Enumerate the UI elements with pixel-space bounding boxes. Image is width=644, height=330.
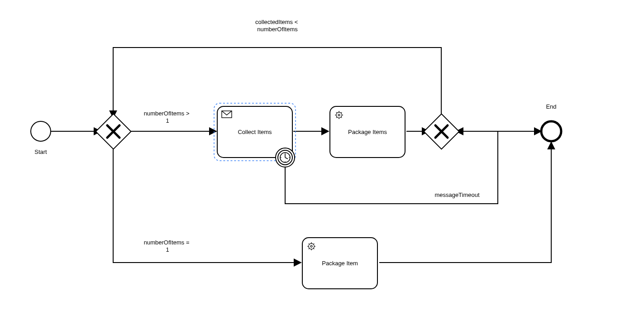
flow-package-item-to-end[interactable] [379,142,551,263]
flow-gateway1-to-collect-items[interactable]: numberOfItems > 1 [126,110,216,131]
start-event-label: Start [34,148,47,155]
end-event[interactable]: End [541,103,561,141]
task-collect-items-label: Collect Items [238,129,272,135]
flow-label-loop: collectedItems < numberOfItems [255,19,300,33]
boundary-timer-event[interactable] [276,148,295,167]
start-event[interactable]: Start [31,121,51,155]
flow-label-num-gt-1: numberOfItems > 1 [144,110,191,124]
envelope-icon [222,111,232,118]
svg-point-0 [31,121,51,141]
flow-label-timeout: messageTimeout [434,191,480,198]
flow-label-num-eq-1: numberOfItems = 1 [144,239,191,253]
flow-gateway2-loop-to-gateway1[interactable]: collectedItems < numberOfItems [113,19,441,119]
task-package-items-label: Package Items [348,129,387,135]
gateway-2[interactable] [424,114,459,149]
clock-icon [280,153,290,163]
task-package-items[interactable]: Package Items [330,106,405,158]
task-package-item[interactable]: Package Item [302,238,377,289]
gateway-1[interactable] [96,114,131,149]
task-package-item-label: Package Item [322,260,358,267]
flow-gateway1-to-package-item[interactable]: numberOfItems = 1 [113,144,301,263]
svg-point-26 [541,121,561,141]
end-event-label: End [546,103,556,110]
